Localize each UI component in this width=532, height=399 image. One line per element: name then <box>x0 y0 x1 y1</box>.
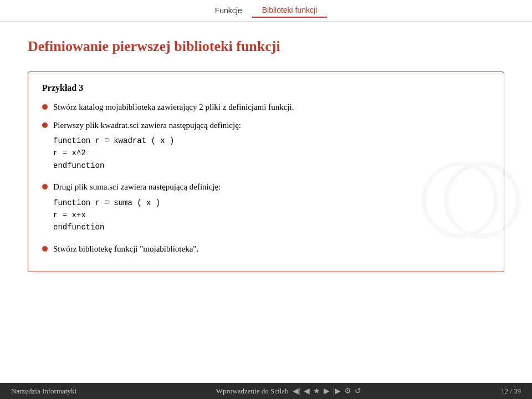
bullet-content: Drugi plik suma.sci zawiera następującą … <box>53 181 490 237</box>
nav-last-icon[interactable]: |▶ <box>333 386 341 396</box>
list-item: Stwórz bibliotekę funkcji "mojabibliotek… <box>42 243 490 255</box>
bullet-dot <box>42 184 48 190</box>
nav-next-icon[interactable]: ▶ <box>324 386 330 396</box>
bullet-list: Stwórz katalog mojabiblioteka zawierając… <box>42 101 490 255</box>
nav-bookmark-icon[interactable]: ★ <box>313 386 320 396</box>
bottom-bar: Narzędzia Informatyki Wprowadzenie do Sc… <box>0 383 532 399</box>
bottom-nav-icons: ◀| ◀ ★ ▶ |▶ ⚙ ↺ <box>293 386 361 396</box>
page-counter: 12 / 39 <box>501 387 521 396</box>
page-title: Definiowanie pierwszej biblioteki funkcj… <box>28 38 504 55</box>
content-box: Przykład 3 Stwórz katalog mojabiblioteka… <box>28 71 504 272</box>
bullet-text-before: Drugi plik suma.sci zawiera następującą … <box>53 182 221 191</box>
bullet-text-before: Pierwszy plik kwadrat.sci zawiera następ… <box>53 121 241 130</box>
bullet-text: Stwórz bibliotekę funkcji "mojabibliotek… <box>53 243 490 255</box>
list-item: Stwórz katalog mojabiblioteka zawierając… <box>42 101 490 114</box>
code-line: function r = kwadrat ( x ) <box>53 135 490 147</box>
bullet-dot <box>42 246 48 252</box>
nav-zoom-icon[interactable]: ↺ <box>355 386 361 396</box>
code-line: r = x^2 <box>53 147 490 159</box>
code-line: endfunction <box>53 160 490 172</box>
example-label: Przykład 3 <box>42 83 490 93</box>
code-line: function r = suma ( x ) <box>53 197 490 209</box>
code-block: function r = suma ( x ) r = x+x endfunct… <box>53 197 490 234</box>
nav-prev-icon[interactable]: ◀ <box>304 386 310 396</box>
top-nav-bar: Funkcje Biblioteki funkcji <box>0 0 532 22</box>
tab-funkcje[interactable]: Funkcje <box>205 4 252 17</box>
nav-first-icon[interactable]: ◀| <box>293 386 300 396</box>
bullet-text: Stwórz katalog mojabiblioteka zawierając… <box>53 101 490 114</box>
code-line: endfunction <box>53 221 490 233</box>
nav-settings-icon[interactable]: ⚙ <box>344 386 351 396</box>
code-line: r = x+x <box>53 209 490 221</box>
bottom-center-text: Wprowadzenie do Scilab <box>216 387 289 396</box>
bullet-content: Pierwszy plik kwadrat.sci zawiera następ… <box>53 119 490 176</box>
list-item: Pierwszy plik kwadrat.sci zawiera następ… <box>42 119 490 176</box>
bullet-dot <box>42 104 48 110</box>
main-content: Definiowanie pierwszej biblioteki funkcj… <box>0 22 532 283</box>
bottom-left-text: Narzędzia Informatyki <box>11 387 76 396</box>
tab-biblioteki-funkcji[interactable]: Biblioteki funkcji <box>252 3 328 18</box>
code-block: function r = kwadrat ( x ) r = x^2 endfu… <box>53 135 490 172</box>
list-item: Drugi plik suma.sci zawiera następującą … <box>42 181 490 237</box>
bullet-dot <box>42 122 48 128</box>
